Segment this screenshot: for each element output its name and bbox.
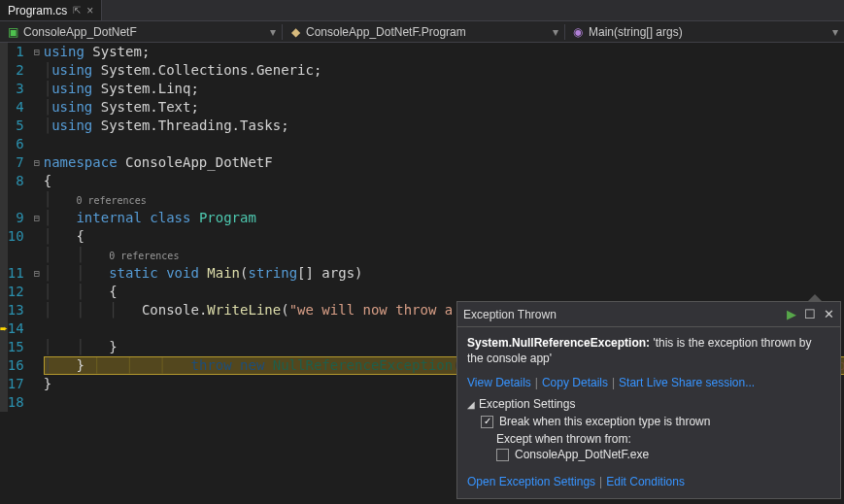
checkbox-checked-icon xyxy=(481,416,493,428)
codelens-references[interactable]: 0 references xyxy=(109,251,179,261)
exception-popup: Exception Thrown ▶ ☐ ✕ System.NullRefere… xyxy=(456,301,841,499)
break-when-thrown-checkbox[interactable]: Break when this exception type is thrown xyxy=(481,415,830,428)
checkbox-unchecked-icon xyxy=(496,449,509,461)
nav-class-label: ConsoleApp_DotNetF.Program xyxy=(306,25,466,39)
live-share-link[interactable]: Start Live Share session... xyxy=(619,376,755,389)
close-tab-icon[interactable]: × xyxy=(86,4,93,17)
chevron-down-icon: ▾ xyxy=(553,25,558,39)
expand-icon: ◢ xyxy=(467,399,475,410)
file-tab-label: Program.cs xyxy=(8,4,67,17)
nav-bar: ▣ ConsoleApp_DotNetF ▾ ◆ ConsoleApp_DotN… xyxy=(0,21,844,43)
open-exception-settings-link[interactable]: Open Exception Settings xyxy=(467,475,595,488)
exception-message: System.NullReferenceException: 'this is … xyxy=(467,335,830,366)
nav-method[interactable]: ◉ Main(string[] args) ▾ xyxy=(565,25,844,39)
chevron-down-icon: ▾ xyxy=(270,25,276,39)
file-tab[interactable]: Program.cs ⇱ × xyxy=(0,0,102,20)
current-statement-arrow-icon: ➨ xyxy=(0,319,8,338)
edit-conditions-link[interactable]: Edit Conditions xyxy=(606,475,685,488)
close-popup-icon[interactable]: ✕ xyxy=(824,307,834,321)
method-icon: ◉ xyxy=(571,25,585,39)
pin-icon[interactable]: ☐ xyxy=(804,307,816,321)
popup-footer-links: Open Exception Settings|Edit Conditions xyxy=(457,475,840,488)
line-number-gutter: 1 2 3 4 5 6 7 8 9 10 11 12 13 14 15 16 1… xyxy=(8,43,34,412)
copy-details-link[interactable]: Copy Details xyxy=(542,376,608,389)
except-item-checkbox[interactable]: ConsoleApp_DotNetF.exe xyxy=(496,448,830,461)
nav-project[interactable]: ▣ ConsoleApp_DotNetF ▾ xyxy=(0,25,282,39)
continue-icon[interactable]: ▶ xyxy=(787,307,796,321)
popup-action-links: View Details|Copy Details|Start Live Sha… xyxy=(467,376,830,389)
pin-icon[interactable]: ⇱ xyxy=(73,5,81,16)
class-icon: ◆ xyxy=(288,25,302,39)
exception-settings-header[interactable]: ◢ Exception Settings xyxy=(467,397,830,411)
chevron-down-icon: ▾ xyxy=(832,25,838,39)
nav-project-label: ConsoleApp_DotNetF xyxy=(23,25,137,39)
nav-method-label: Main(string[] args) xyxy=(589,25,683,39)
codelens-references[interactable]: 0 references xyxy=(76,195,146,206)
view-details-link[interactable]: View Details xyxy=(467,376,531,389)
tab-bar: Program.cs ⇱ × xyxy=(0,0,844,21)
popup-title: Exception Thrown xyxy=(463,308,787,321)
breakpoint-gutter[interactable]: ➨ xyxy=(0,43,8,412)
except-when-label: Except when thrown from: xyxy=(496,432,830,446)
csharp-project-icon: ▣ xyxy=(6,25,19,39)
popup-titlebar: Exception Thrown ▶ ☐ ✕ xyxy=(457,302,840,327)
nav-class[interactable]: ◆ ConsoleApp_DotNetF.Program ▾ xyxy=(283,25,564,39)
